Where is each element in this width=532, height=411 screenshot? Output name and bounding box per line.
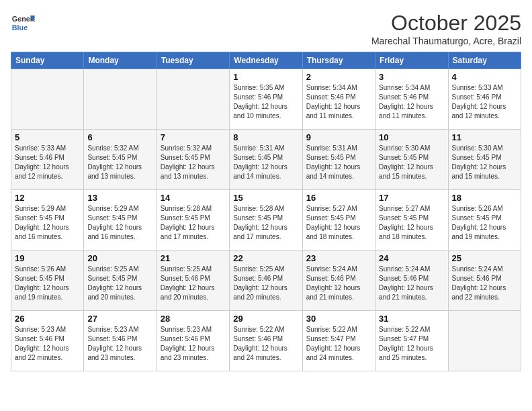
- day-info: Sunrise: 5:25 AM Sunset: 5:45 PM Dayligh…: [87, 265, 152, 302]
- calendar-cell: [448, 311, 521, 371]
- calendar-row-2: 12Sunrise: 5:29 AM Sunset: 5:45 PM Dayli…: [11, 190, 521, 250]
- calendar-cell: [157, 69, 229, 130]
- day-number: 19: [15, 253, 80, 263]
- day-number: 9: [306, 132, 371, 142]
- calendar-cell: 8Sunrise: 5:31 AM Sunset: 5:45 PM Daylig…: [230, 130, 302, 190]
- weekday-header-thursday: Thursday: [302, 52, 375, 69]
- day-info: Sunrise: 5:26 AM Sunset: 5:45 PM Dayligh…: [15, 265, 80, 302]
- calendar-cell: 16Sunrise: 5:27 AM Sunset: 5:45 PM Dayli…: [302, 190, 375, 250]
- day-info: Sunrise: 5:34 AM Sunset: 5:46 PM Dayligh…: [306, 83, 371, 121]
- calendar-cell: 17Sunrise: 5:27 AM Sunset: 5:45 PM Dayli…: [375, 190, 448, 250]
- calendar-cell: 26Sunrise: 5:23 AM Sunset: 5:46 PM Dayli…: [11, 311, 84, 371]
- day-number: 18: [452, 193, 517, 203]
- calendar-cell: 24Sunrise: 5:24 AM Sunset: 5:46 PM Dayli…: [375, 250, 448, 311]
- calendar-cell: 3Sunrise: 5:34 AM Sunset: 5:46 PM Daylig…: [375, 69, 448, 130]
- day-info: Sunrise: 5:27 AM Sunset: 5:45 PM Dayligh…: [306, 204, 371, 242]
- calendar-row-1: 5Sunrise: 5:33 AM Sunset: 5:46 PM Daylig…: [11, 130, 521, 190]
- day-number: 29: [233, 314, 298, 324]
- day-number: 16: [306, 193, 371, 203]
- day-number: 26: [15, 314, 80, 324]
- day-number: 31: [379, 314, 444, 324]
- calendar-row-3: 19Sunrise: 5:26 AM Sunset: 5:45 PM Dayli…: [11, 250, 521, 311]
- day-number: 24: [379, 253, 444, 263]
- page-header: General Blue October 2025 Marechal Thaum…: [11, 11, 521, 46]
- day-info: Sunrise: 5:23 AM Sunset: 5:46 PM Dayligh…: [15, 325, 80, 363]
- day-info: Sunrise: 5:23 AM Sunset: 5:46 PM Dayligh…: [87, 325, 152, 363]
- calendar-cell: 11Sunrise: 5:30 AM Sunset: 5:45 PM Dayli…: [448, 130, 521, 190]
- calendar-cell: 6Sunrise: 5:32 AM Sunset: 5:45 PM Daylig…: [84, 130, 157, 190]
- calendar-cell: 21Sunrise: 5:25 AM Sunset: 5:46 PM Dayli…: [157, 250, 229, 311]
- calendar-cell: 5Sunrise: 5:33 AM Sunset: 5:46 PM Daylig…: [11, 130, 84, 190]
- calendar-cell: 18Sunrise: 5:26 AM Sunset: 5:45 PM Dayli…: [448, 190, 521, 250]
- day-info: Sunrise: 5:25 AM Sunset: 5:46 PM Dayligh…: [161, 265, 226, 302]
- day-number: 17: [379, 193, 444, 203]
- calendar-cell: 30Sunrise: 5:22 AM Sunset: 5:47 PM Dayli…: [302, 311, 375, 371]
- weekday-header-wednesday: Wednesday: [230, 52, 302, 69]
- logo-icon: General Blue: [11, 11, 35, 35]
- day-info: Sunrise: 5:23 AM Sunset: 5:46 PM Dayligh…: [161, 325, 226, 363]
- day-number: 11: [452, 132, 517, 142]
- calendar-cell: [11, 69, 84, 130]
- title-section: October 2025 Marechal Thaumaturgo, Acre,…: [371, 11, 521, 46]
- calendar-cell: 27Sunrise: 5:23 AM Sunset: 5:46 PM Dayli…: [84, 311, 157, 371]
- day-info: Sunrise: 5:35 AM Sunset: 5:46 PM Dayligh…: [233, 83, 298, 121]
- day-number: 10: [379, 132, 444, 142]
- logo: General Blue: [11, 11, 35, 35]
- day-number: 6: [87, 132, 152, 142]
- calendar-cell: 2Sunrise: 5:34 AM Sunset: 5:46 PM Daylig…: [302, 69, 375, 130]
- day-info: Sunrise: 5:32 AM Sunset: 5:45 PM Dayligh…: [87, 144, 152, 181]
- weekday-header-saturday: Saturday: [448, 52, 521, 69]
- day-info: Sunrise: 5:22 AM Sunset: 5:46 PM Dayligh…: [233, 325, 298, 363]
- day-info: Sunrise: 5:26 AM Sunset: 5:45 PM Dayligh…: [452, 204, 517, 242]
- weekday-header-monday: Monday: [84, 52, 157, 69]
- calendar-cell: 19Sunrise: 5:26 AM Sunset: 5:45 PM Dayli…: [11, 250, 84, 311]
- calendar-cell: 31Sunrise: 5:22 AM Sunset: 5:47 PM Dayli…: [375, 311, 448, 371]
- weekday-header-friday: Friday: [375, 52, 448, 69]
- day-info: Sunrise: 5:24 AM Sunset: 5:46 PM Dayligh…: [306, 265, 371, 302]
- calendar-cell: 13Sunrise: 5:29 AM Sunset: 5:45 PM Dayli…: [84, 190, 157, 250]
- calendar-cell: 25Sunrise: 5:24 AM Sunset: 5:46 PM Dayli…: [448, 250, 521, 311]
- day-number: 22: [233, 253, 298, 263]
- calendar-cell: 22Sunrise: 5:25 AM Sunset: 5:46 PM Dayli…: [230, 250, 302, 311]
- calendar-cell: 23Sunrise: 5:24 AM Sunset: 5:46 PM Dayli…: [302, 250, 375, 311]
- day-info: Sunrise: 5:24 AM Sunset: 5:46 PM Dayligh…: [452, 265, 517, 302]
- calendar-cell: 9Sunrise: 5:31 AM Sunset: 5:45 PM Daylig…: [302, 130, 375, 190]
- day-info: Sunrise: 5:24 AM Sunset: 5:46 PM Dayligh…: [379, 265, 444, 302]
- day-info: Sunrise: 5:28 AM Sunset: 5:45 PM Dayligh…: [161, 204, 226, 242]
- day-info: Sunrise: 5:30 AM Sunset: 5:45 PM Dayligh…: [452, 144, 517, 181]
- day-info: Sunrise: 5:22 AM Sunset: 5:47 PM Dayligh…: [379, 325, 444, 363]
- day-info: Sunrise: 5:32 AM Sunset: 5:45 PM Dayligh…: [161, 144, 226, 181]
- calendar-cell: 15Sunrise: 5:28 AM Sunset: 5:45 PM Dayli…: [230, 190, 302, 250]
- month-title: October 2025: [371, 11, 521, 36]
- day-info: Sunrise: 5:29 AM Sunset: 5:45 PM Dayligh…: [87, 204, 152, 242]
- day-info: Sunrise: 5:33 AM Sunset: 5:46 PM Dayligh…: [452, 83, 517, 121]
- day-info: Sunrise: 5:27 AM Sunset: 5:45 PM Dayligh…: [379, 204, 444, 242]
- day-info: Sunrise: 5:28 AM Sunset: 5:45 PM Dayligh…: [233, 204, 298, 242]
- day-number: 2: [306, 72, 371, 82]
- svg-text:Blue: Blue: [12, 24, 28, 32]
- day-info: Sunrise: 5:31 AM Sunset: 5:45 PM Dayligh…: [233, 144, 298, 181]
- day-number: 21: [161, 253, 226, 263]
- weekday-header-tuesday: Tuesday: [157, 52, 229, 69]
- day-info: Sunrise: 5:22 AM Sunset: 5:47 PM Dayligh…: [306, 325, 371, 363]
- day-number: 15: [233, 193, 298, 203]
- calendar-cell: 10Sunrise: 5:30 AM Sunset: 5:45 PM Dayli…: [375, 130, 448, 190]
- calendar-cell: 29Sunrise: 5:22 AM Sunset: 5:46 PM Dayli…: [230, 311, 302, 371]
- day-number: 14: [161, 193, 226, 203]
- day-number: 27: [87, 314, 152, 324]
- day-number: 7: [161, 132, 226, 142]
- calendar-table: SundayMondayTuesdayWednesdayThursdayFrid…: [11, 52, 521, 371]
- day-info: Sunrise: 5:29 AM Sunset: 5:45 PM Dayligh…: [15, 204, 80, 242]
- day-info: Sunrise: 5:33 AM Sunset: 5:46 PM Dayligh…: [15, 144, 80, 181]
- day-info: Sunrise: 5:30 AM Sunset: 5:45 PM Dayligh…: [379, 144, 444, 181]
- calendar-cell: 7Sunrise: 5:32 AM Sunset: 5:45 PM Daylig…: [157, 130, 229, 190]
- day-number: 4: [452, 72, 517, 82]
- day-info: Sunrise: 5:31 AM Sunset: 5:45 PM Dayligh…: [306, 144, 371, 181]
- location-subtitle: Marechal Thaumaturgo, Acre, Brazil: [371, 36, 521, 46]
- day-number: 28: [161, 314, 226, 324]
- calendar-cell: 1Sunrise: 5:35 AM Sunset: 5:46 PM Daylig…: [230, 69, 302, 130]
- day-number: 3: [379, 72, 444, 82]
- calendar-cell: 14Sunrise: 5:28 AM Sunset: 5:45 PM Dayli…: [157, 190, 229, 250]
- calendar-cell: 20Sunrise: 5:25 AM Sunset: 5:45 PM Dayli…: [84, 250, 157, 311]
- calendar-cell: 12Sunrise: 5:29 AM Sunset: 5:45 PM Dayli…: [11, 190, 84, 250]
